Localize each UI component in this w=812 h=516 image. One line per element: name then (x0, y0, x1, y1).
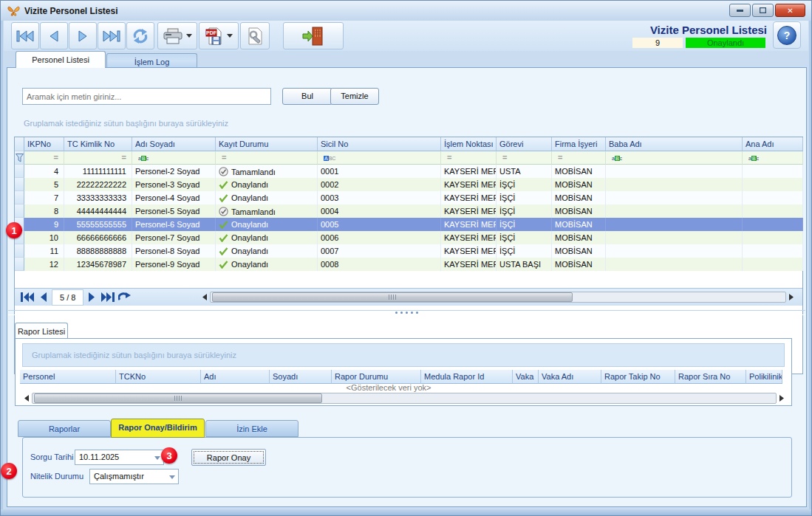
table-row[interactable]: 1066666666666Personel-7 SoyadOnaylandı00… (15, 231, 802, 244)
table-cell: KAYSERİ MERKEZ (441, 204, 497, 218)
sorgu-tarihi-select[interactable]: 10.11.2025 (75, 450, 164, 465)
filter-cell[interactable]: aBc (743, 151, 803, 165)
column-header[interactable]: Firma İşyeri (552, 137, 606, 151)
filter-cell[interactable]: ABC (318, 151, 441, 165)
tab-raporlar[interactable]: Raporlar (18, 420, 111, 437)
column-header[interactable]: Adı (201, 370, 270, 384)
column-header[interactable]: Vaka (513, 370, 539, 384)
find-button[interactable]: Bul (282, 88, 332, 105)
last-record-button[interactable] (98, 22, 126, 49)
column-header[interactable]: Adı Soyadı (132, 137, 216, 151)
nitelik-durumu-select[interactable]: Çalışmamıştır (89, 469, 179, 484)
table-cell: MOBİSAN (552, 231, 606, 244)
column-header[interactable]: Polikilinik (746, 370, 782, 384)
filter-cell[interactable]: = (64, 151, 132, 165)
filter-cell[interactable]: = (24, 151, 64, 165)
column-header[interactable]: IKPNo (24, 137, 64, 151)
column-header[interactable]: Sicil No (318, 137, 441, 151)
filter-cell[interactable]: = (497, 151, 552, 165)
column-header[interactable]: TCKNo (116, 370, 201, 384)
column-header[interactable]: Görevi (497, 137, 552, 151)
table-cell: USTA BAŞI (497, 258, 552, 271)
column-header[interactable]: Rapor Takip No (601, 370, 675, 384)
print-preview-button[interactable] (240, 22, 270, 49)
rapor-onay-button[interactable]: Rapor Onay (191, 449, 266, 466)
pager-first-button[interactable] (19, 290, 35, 305)
print-button[interactable] (157, 22, 197, 49)
table-cell: 33333333333 (64, 191, 132, 204)
scroll-right-icon[interactable] (786, 292, 796, 303)
filter-cell[interactable]: = (552, 151, 606, 165)
title-bar: Vizite Personel Listesi ✕ (1, 1, 811, 21)
column-header[interactable]: Medula Rapor Id (421, 370, 513, 384)
pdf-dropdown-icon[interactable] (227, 34, 233, 38)
search-input[interactable] (22, 88, 271, 105)
rapor-grid-hscrollbar[interactable] (21, 392, 787, 405)
scroll-right-icon[interactable] (777, 393, 787, 404)
table-cell: İŞÇİ (497, 244, 552, 258)
tab-personel-listesi[interactable]: Personel Listesi (16, 51, 106, 68)
record-number-box: 9 (632, 38, 683, 48)
chevron-down-icon[interactable] (167, 472, 177, 482)
scroll-left-icon[interactable] (21, 393, 32, 404)
exit-button[interactable] (283, 22, 344, 49)
minimize-button[interactable] (729, 4, 751, 17)
maximize-button[interactable] (752, 4, 774, 17)
export-pdf-button[interactable]: PDF (199, 22, 239, 49)
rapor-listesi-tab[interactable]: Rapor Listesi (15, 323, 68, 339)
tab-rapor-onay-bildirim[interactable]: Rapor Onay/Bildirim (111, 419, 205, 438)
pager-previous-button[interactable] (35, 290, 52, 305)
column-header[interactable]: Vaka Adı (539, 370, 601, 384)
column-header[interactable]: Rapor Sıra No (675, 370, 746, 384)
tab-islem-log[interactable]: İşlem Log (106, 53, 197, 68)
filter-cell[interactable]: aBc (132, 151, 216, 165)
pager-last-button[interactable] (100, 290, 116, 305)
print-dropdown-icon[interactable] (186, 34, 192, 38)
previous-record-button[interactable] (40, 22, 68, 49)
scroll-thumb[interactable] (34, 393, 322, 403)
column-header[interactable]: Kayıt Durumu (216, 137, 318, 151)
table-row[interactable]: 733333333333Personel-4 SoyadOnaylandı000… (15, 191, 802, 204)
table-cell: 0008 (318, 258, 441, 271)
column-header[interactable]: Soyadı (270, 370, 332, 384)
table-row[interactable]: 1188888888888Personel-8 SoyadOnaylandı00… (15, 244, 802, 258)
table-cell: KAYSERİ MERKEZ (441, 244, 497, 258)
next-record-button[interactable] (69, 22, 97, 49)
scroll-left-icon[interactable] (199, 292, 210, 303)
clear-button[interactable]: Temizle (330, 88, 379, 105)
help-button[interactable]: ? (773, 21, 801, 49)
scroll-thumb[interactable] (212, 292, 573, 302)
first-record-button[interactable] (11, 22, 39, 49)
column-header[interactable]: Ana Adı (743, 137, 803, 151)
table-row[interactable]: 955555555555Personel-6 SoyadOnaylandı000… (15, 218, 802, 231)
filter-cell[interactable]: = (216, 151, 318, 165)
filter-icon[interactable] (15, 151, 24, 165)
close-button[interactable]: ✕ (775, 4, 805, 17)
column-header[interactable]: Personel (20, 370, 116, 384)
table-cell: Personel-5 Soyad (132, 204, 216, 218)
personel-grid-hscrollbar[interactable] (199, 291, 796, 303)
column-header[interactable]: İşlem Noktası (441, 137, 497, 151)
table-row[interactable]: 522222222222Personel-3 SoyadOnaylandı000… (15, 178, 802, 191)
table-cell (606, 258, 743, 271)
pager-refresh-button[interactable] (116, 290, 132, 305)
table-cell: 0002 (318, 178, 441, 191)
filter-cell[interactable]: = (441, 151, 497, 165)
splitter-handle[interactable] (8, 310, 805, 315)
tab-izin-ekle[interactable]: İzin Ekle (205, 420, 298, 437)
table-cell: Onaylandı (216, 191, 318, 204)
refresh-button[interactable] (126, 22, 154, 49)
column-header[interactable]: Baba Adı (606, 137, 743, 151)
table-row[interactable]: 411111111111Personel-2 SoyadTamamlandı00… (15, 165, 802, 178)
column-header[interactable]: TC Kimlik No (64, 137, 132, 151)
table-row[interactable]: 1212345678987Personel-9 SoyadOnaylandı00… (15, 258, 802, 271)
column-header[interactable]: Rapor Durumu (332, 370, 421, 384)
table-row[interactable]: 844444444444Personel-5 SoyadTamamlandı00… (15, 204, 802, 218)
pager-page-indicator: 5 / 8 (52, 289, 83, 306)
filter-cell[interactable]: aBc (606, 151, 743, 165)
nitelik-durumu-label: Nitelik Durumu (30, 472, 83, 481)
filter-row[interactable]: ==aBc=ABC===aBcaBc (15, 151, 802, 165)
table-cell: KAYSERİ MERKEZ (441, 258, 497, 271)
pager-next-button[interactable] (83, 290, 100, 305)
table-cell: 88888888888 (64, 244, 132, 258)
